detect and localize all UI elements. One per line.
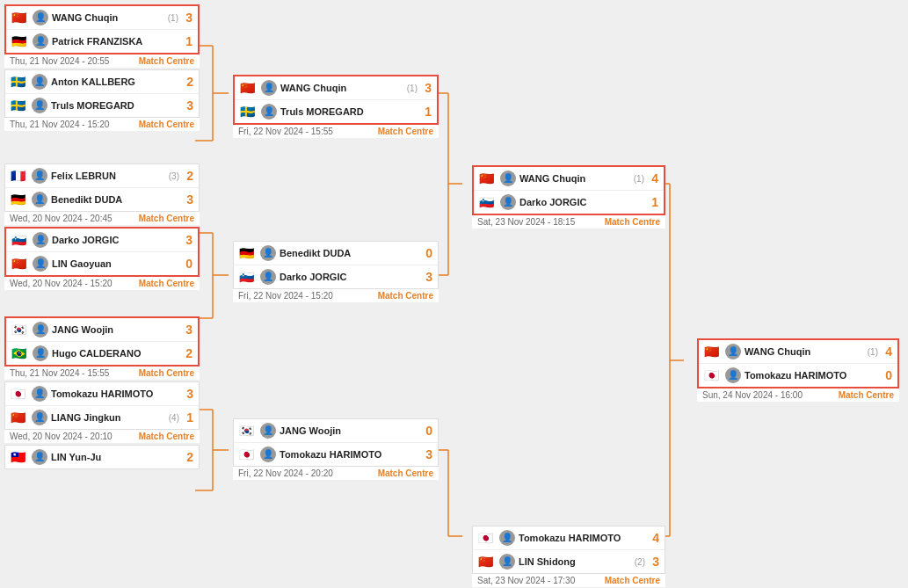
player-avatar: 👤: [500, 171, 516, 186]
match-centre-link-r1m3[interactable]: Match Centre: [139, 214, 194, 223]
match-date: Sun, 24 Nov 2024 - 16:00: [702, 390, 803, 400]
player-name: Tomokazu HARIMOTO: [745, 370, 878, 381]
player-seed: (4): [169, 413, 179, 423]
r2-match-2: 🇩🇪 👤 Benedikt DUDA 0 🇸🇮 👤 Darko JORGIC 3…: [233, 241, 439, 302]
player-score: 2: [179, 169, 193, 183]
player-score: 1: [418, 105, 432, 119]
player-avatar: 👤: [725, 344, 741, 359]
player-score: 2: [179, 75, 193, 89]
player-name: Tomokazu HARIMOTO: [51, 388, 179, 399]
player-name: Darko JORGIC: [52, 235, 178, 245]
player-avatar: 👤: [499, 530, 515, 546]
player-name: Felix LEBRUN: [51, 171, 169, 181]
player-row: 🇨🇳 👤 LIN Shidong (2) 3: [473, 550, 665, 573]
r1-match-7: 🇹🇼 👤 LIN Yun-Ju 2: [4, 445, 200, 469]
match-centre-link-r2m3[interactable]: Match Centre: [378, 468, 433, 478]
flag-cn: 🇨🇳: [704, 345, 722, 358]
player-name: Anton KALLBERG: [51, 76, 179, 87]
match-footer: Fri, 22 Nov 2024 - 20:20 Match Centre: [233, 467, 439, 480]
player-name: Darko JORGIC: [280, 272, 418, 282]
player-score: 3: [178, 233, 192, 247]
match-centre-link-r1m1[interactable]: Match Centre: [139, 56, 194, 66]
player-row: 🇸🇮 👤 Darko JORGIC 3: [234, 265, 438, 288]
round-3: 🇨🇳 👤 WANG Chuqin (1) 4 🇸🇮 👤 Darko JORGIC…: [472, 4, 665, 588]
match-footer: Wed, 20 Nov 2024 - 20:45 Match Centre: [4, 212, 200, 225]
player-name: LIANG Jingkun: [51, 412, 169, 423]
match-centre-link-r4m1[interactable]: Match Centre: [839, 390, 894, 400]
player-seed: (1): [868, 347, 878, 357]
flag-jp: 🇯🇵: [704, 369, 722, 381]
flag-kr: 🇰🇷: [239, 425, 257, 437]
player-row: 🇨🇳 👤 WANG Chuqin (1) 4: [699, 340, 897, 364]
player-row: 🇨🇳 👤 LIN Gaoyuan 0: [6, 252, 198, 275]
player-name: Truls MOREGARD: [280, 106, 418, 117]
flag-de: 🇩🇪: [239, 247, 257, 259]
player-score: 4: [644, 171, 658, 185]
match-date: Thu, 21 Nov 2024 - 15:20: [10, 120, 109, 129]
player-seed: (2): [635, 557, 645, 567]
match-centre-link-r2m1[interactable]: Match Centre: [378, 127, 433, 136]
player-row: 🇹🇼 👤 LIN Yun-Ju 2: [5, 446, 199, 468]
r4-match-1: 🇨🇳 👤 WANG Chuqin (1) 4 🇯🇵 👤 Tomokazu HAR…: [697, 338, 899, 402]
flag-jp: 🇯🇵: [478, 532, 496, 544]
player-avatar: 👤: [33, 232, 48, 248]
player-seed: (3): [169, 171, 179, 181]
match-date: Thu, 21 Nov 2024 - 15:55: [10, 368, 109, 378]
match-centre-link-r1m4[interactable]: Match Centre: [139, 279, 194, 288]
match-footer: Sat, 23 Nov 2024 - 18:15 Match Centre: [472, 215, 665, 229]
player-avatar: 👤: [260, 446, 276, 462]
player-name: Tomokazu HARIMOTO: [280, 449, 418, 460]
match-footer: Thu, 21 Nov 2024 - 15:55 Match Centre: [4, 367, 200, 380]
flag-cn: 🇨🇳: [11, 411, 28, 424]
player-name: Truls MOREGARD: [51, 100, 179, 111]
match-centre-link-r2m2[interactable]: Match Centre: [378, 291, 433, 301]
match-date: Wed, 20 Nov 2024 - 15:20: [10, 279, 113, 288]
player-name: LIN Yun-Ju: [51, 452, 179, 462]
player-name: Darko JORGIC: [519, 197, 644, 207]
match-centre-link-r1m5[interactable]: Match Centre: [139, 368, 194, 378]
match-footer: Thu, 21 Nov 2024 - 20:55 Match Centre: [4, 54, 200, 68]
r1-match-1: 🇨🇳 👤 WANG Chuqin (1) 3 🇩🇪 👤 Patrick FRAN…: [4, 4, 200, 68]
match-centre-link-r3m2[interactable]: Match Centre: [605, 576, 660, 585]
player-name: JANG Woojin: [52, 324, 178, 335]
flag-si: 🇸🇮: [239, 271, 257, 283]
player-row: 🇨🇳 👤 WANG Chuqin (1) 4: [474, 167, 664, 191]
match-centre-link-r1m6[interactable]: Match Centre: [139, 432, 194, 441]
match-centre-link-r1m2[interactable]: Match Centre: [139, 120, 194, 129]
flag-tw: 🇹🇼: [11, 451, 28, 463]
player-name: LIN Gaoyuan: [52, 258, 178, 269]
match-date: Sat, 23 Nov 2024 - 17:30: [477, 576, 575, 585]
player-score: 0: [878, 368, 892, 382]
flag-de: 🇩🇪: [11, 193, 28, 206]
player-name: Benedikt DUDA: [51, 194, 179, 205]
player-name: WANG Chuqin: [280, 83, 407, 93]
player-avatar: 👤: [32, 168, 47, 184]
flag-cn: 🇨🇳: [11, 11, 29, 24]
player-avatar: 👤: [725, 367, 741, 383]
player-row: 🇨🇳 👤 LIANG Jingkun (4) 1: [5, 406, 199, 429]
player-avatar: 👤: [499, 554, 515, 570]
player-avatar: 👤: [33, 10, 48, 25]
player-score: 0: [178, 257, 192, 271]
player-avatar: 👤: [261, 80, 277, 96]
player-avatar: 👤: [32, 410, 47, 425]
flag-cn: 🇨🇳: [11, 258, 29, 270]
player-score: 3: [179, 192, 193, 207]
match-date: Fri, 22 Nov 2024 - 15:20: [238, 291, 333, 301]
match-centre-link-r3m1[interactable]: Match Centre: [605, 217, 660, 227]
match-date: Fri, 22 Nov 2024 - 20:20: [238, 468, 333, 478]
player-row: 🇯🇵 👤 Tomokazu HARIMOTO 3: [5, 382, 199, 406]
player-avatar: 👤: [32, 386, 47, 402]
player-score: 1: [178, 34, 192, 48]
player-name: WANG Chuqin: [52, 12, 168, 23]
flag-cn: 🇨🇳: [240, 82, 258, 94]
player-row: 🇰🇷 👤 JANG Woojin 0: [234, 419, 438, 443]
player-score: 3: [179, 387, 193, 401]
match-date: Thu, 21 Nov 2024 - 20:55: [10, 56, 109, 66]
player-avatar: 👤: [260, 245, 276, 261]
flag-kr: 🇰🇷: [11, 323, 29, 336]
player-row: 🇧🇷 👤 Hugo CALDERANO 2: [6, 342, 198, 365]
player-row: 🇸🇮 👤 Darko JORGIC 1: [474, 191, 664, 214]
round-4: 🇨🇳 👤 WANG Chuqin (1) 4 🇯🇵 👤 Tomokazu HAR…: [697, 4, 899, 588]
player-avatar: 👤: [32, 74, 47, 90]
